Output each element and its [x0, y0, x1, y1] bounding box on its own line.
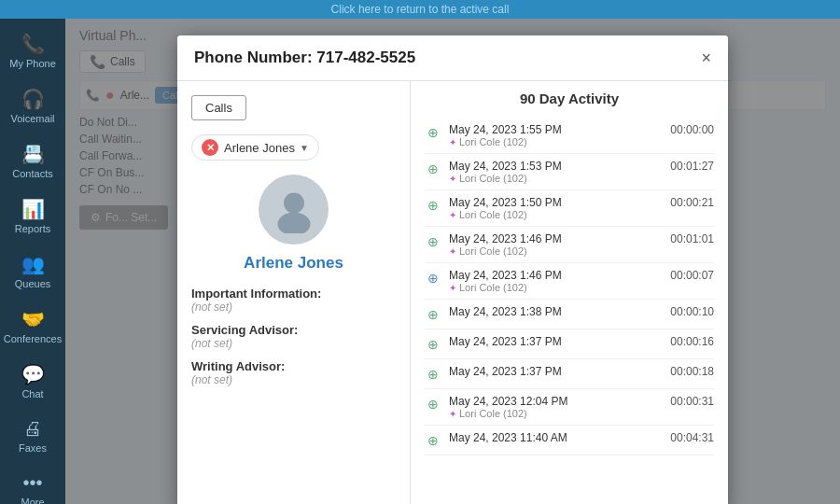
activity-type-icon: ⊕	[425, 366, 441, 383]
return-to-call-bar[interactable]: Click here to return to the active call	[0, 0, 840, 19]
activity-type-icon: ⊕	[425, 270, 441, 287]
activity-duration: 00:04:31	[670, 431, 714, 444]
modal-body: Calls ✕ Arlene Jones ▼	[177, 81, 728, 504]
person-silhouette-icon	[271, 187, 317, 233]
reports-icon: 📊	[21, 198, 45, 220]
activity-duration: 00:01:27	[670, 160, 714, 173]
writing-advisor-value: (not set)	[191, 373, 396, 386]
activity-title: 90 Day Activity	[425, 91, 714, 106]
activity-duration: 00:00:00	[670, 123, 714, 136]
modal-header: Phone Number: 717-482-5525 ×	[177, 35, 728, 81]
writing-advisor-label: Writing Advisor:	[191, 359, 396, 373]
dropdown-arrow-icon: ▼	[300, 143, 309, 153]
sidebar-item-label: Conferences	[4, 333, 62, 344]
sidebar-item-reports[interactable]: 📊 Reports	[0, 189, 65, 244]
activity-type-icon: ⊕	[425, 233, 441, 250]
sidebar-item-label: Reports	[15, 223, 51, 234]
activity-list-item: ⊕ May 24, 2023 1:46 PM ✦Lori Cole (102) …	[425, 227, 714, 263]
activity-list-item: ⊕ May 24, 2023 1:55 PM ✦Lori Cole (102) …	[425, 118, 714, 154]
activity-duration: 00:00:16	[670, 335, 714, 348]
sub-icon: ✦	[449, 409, 456, 419]
sidebar-item-conferences[interactable]: 🤝 Conferences	[0, 299, 65, 354]
sub-icon: ✦	[449, 210, 456, 220]
activity-info: May 24, 2023 11:40 AM	[449, 431, 670, 444]
activity-sub-text: Lori Cole (102)	[459, 136, 527, 147]
activity-duration: 00:00:07	[670, 269, 714, 282]
contacts-icon: 📇	[21, 143, 45, 165]
sidebar-item-label: Queues	[15, 278, 51, 289]
activity-list-item: ⊕ May 24, 2023 11:40 AM 00:04:31	[425, 426, 714, 455]
left-panel: Calls ✕ Arlene Jones ▼	[177, 81, 411, 504]
activity-date: May 24, 2023 1:46 PM	[449, 232, 670, 245]
important-information-value: (not set)	[191, 301, 396, 314]
sidebar-item-label: Faxes	[19, 442, 47, 454]
important-information-section: Important Information: (not set)	[191, 287, 396, 314]
activity-type-icon: ⊕	[425, 396, 441, 413]
sidebar-item-label: Chat	[21, 388, 43, 399]
activity-sub-text: Lori Cole (102)	[459, 245, 527, 257]
chat-icon: 💬	[21, 363, 45, 385]
activity-sub-text: Lori Cole (102)	[459, 408, 527, 419]
sidebar-item-label: More	[21, 497, 44, 504]
activity-list-item: ⊕ May 24, 2023 1:46 PM ✦Lori Cole (102) …	[425, 263, 714, 300]
sub-icon: ✦	[449, 246, 456, 257]
sidebar-item-contacts[interactable]: 📇 Contacts	[0, 133, 65, 189]
activity-type-icon: ⊕	[425, 124, 441, 141]
activity-date: May 24, 2023 1:50 PM	[449, 196, 670, 209]
activity-sub-text: Lori Cole (102)	[459, 209, 527, 220]
activity-type-icon: ⊕	[425, 336, 441, 353]
activity-type-icon: ⊕	[425, 306, 441, 323]
activity-date: May 24, 2023 12:04 PM	[449, 395, 670, 408]
sidebar-item-queues[interactable]: 👥 Queues	[0, 244, 65, 299]
activity-info: May 24, 2023 1:55 PM ✦Lori Cole (102)	[449, 123, 670, 147]
sub-icon: ✦	[449, 137, 456, 147]
sidebar-item-faxes[interactable]: 🖨 Faxes	[0, 409, 65, 463]
activity-list-item: ⊕ May 24, 2023 1:37 PM 00:00:16	[425, 329, 714, 359]
activity-info: May 24, 2023 1:50 PM ✦Lori Cole (102)	[449, 196, 670, 220]
activity-list-item: ⊕ May 24, 2023 1:37 PM 00:00:18	[425, 359, 714, 389]
avatar	[259, 175, 329, 245]
activity-info: May 24, 2023 1:37 PM	[449, 335, 670, 348]
sidebar-item-label: Contacts	[12, 168, 52, 179]
phone-icon: 📞	[21, 33, 45, 55]
sidebar: 📞 My Phone 🎧 Voicemail 📇 Contacts 📊 Repo…	[0, 19, 65, 504]
phone-number-modal: Phone Number: 717-482-5525 × Calls ✕ Arl…	[177, 35, 728, 504]
sub-icon: ✦	[449, 283, 456, 293]
activity-date: May 24, 2023 1:37 PM	[449, 335, 670, 348]
activity-date: May 24, 2023 1:53 PM	[449, 160, 670, 173]
servicing-advisor-section: Servicing Advisor: (not set)	[191, 323, 396, 350]
activity-sub-text: Lori Cole (102)	[459, 173, 527, 184]
modal-title: Phone Number: 717-482-5525	[194, 49, 415, 67]
modal-close-button[interactable]: ×	[701, 49, 711, 66]
sidebar-item-voicemail[interactable]: 🎧 Voicemail	[0, 78, 65, 133]
activity-type-icon: ⊕	[425, 432, 441, 449]
activity-list-item: ⊕ May 24, 2023 1:53 PM ✦Lori Cole (102) …	[425, 154, 714, 190]
sidebar-item-chat[interactable]: 💬 Chat	[0, 354, 65, 409]
activity-sub-text: Lori Cole (102)	[459, 282, 527, 293]
important-information-label: Important Information:	[191, 287, 396, 301]
activity-list-item: ⊕ May 24, 2023 1:50 PM ✦Lori Cole (102) …	[425, 190, 714, 227]
activity-date: May 24, 2023 1:38 PM	[449, 305, 670, 318]
modal-tabs: Calls	[191, 95, 396, 120]
contact-dropdown[interactable]: ✕ Arlene Jones ▼	[191, 134, 319, 161]
sidebar-item-label: Voicemail	[10, 113, 54, 124]
faxes-icon: 🖨	[23, 418, 42, 440]
sidebar-item-my-phone[interactable]: 📞 My Phone	[0, 23, 65, 78]
return-to-call-label: Click here to return to the active call	[331, 3, 510, 16]
sidebar-item-more[interactable]: ••• More	[0, 463, 65, 504]
writing-advisor-section: Writing Advisor: (not set)	[191, 359, 396, 386]
activity-info: May 24, 2023 1:38 PM	[449, 305, 670, 318]
avatar-container	[191, 175, 396, 245]
activity-list[interactable]: ⊕ May 24, 2023 1:55 PM ✦Lori Cole (102) …	[425, 118, 714, 501]
activity-date: May 24, 2023 1:55 PM	[449, 123, 670, 136]
activity-duration: 00:00:31	[670, 395, 714, 408]
conferences-icon: 🤝	[21, 308, 45, 330]
activity-info: May 24, 2023 12:04 PM ✦Lori Cole (102)	[449, 395, 670, 419]
activity-duration: 00:01:01	[670, 232, 714, 245]
svg-point-0	[284, 192, 304, 213]
activity-info: May 24, 2023 1:53 PM ✦Lori Cole (102)	[449, 160, 670, 184]
activity-duration: 00:00:21	[670, 196, 714, 209]
servicing-advisor-label: Servicing Advisor:	[191, 323, 396, 337]
tab-calls[interactable]: Calls	[191, 95, 246, 120]
activity-date: May 24, 2023 11:40 AM	[449, 431, 670, 444]
